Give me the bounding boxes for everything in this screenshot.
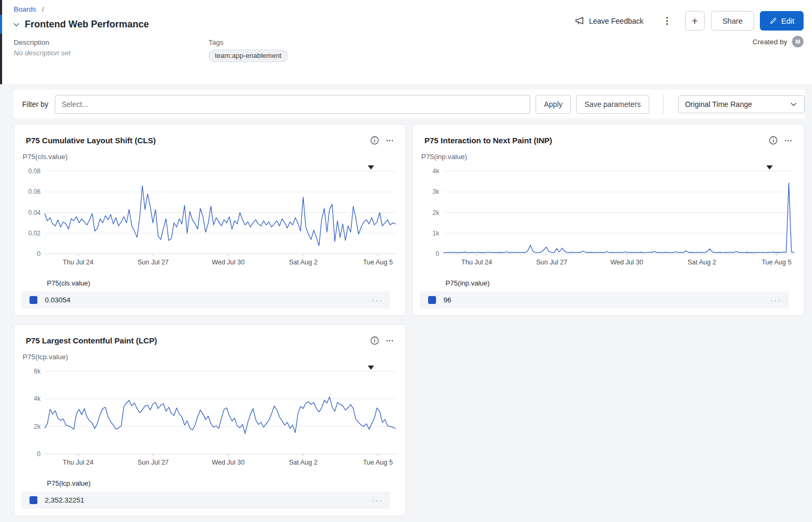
lcp-legend-header: P75(lcp.value) <box>47 479 91 487</box>
svg-text:Sun Jul 27: Sun Jul 27 <box>137 459 169 466</box>
time-range-label: Original Time Range <box>685 100 752 109</box>
info-icon[interactable] <box>769 136 778 145</box>
svg-text:Tue Aug 5: Tue Aug 5 <box>363 259 393 266</box>
description-label: Description <box>14 38 71 46</box>
collapsed-sidebar-edge <box>0 0 2 84</box>
filter-bar-divider <box>663 94 664 114</box>
save-parameters-button[interactable]: Save parameters <box>576 95 649 114</box>
inp-series-label: P75(inp.value) <box>421 153 467 161</box>
collapse-chevron-icon[interactable] <box>13 21 20 28</box>
lcp-chart-title: P75 Largest Contentful Paint (LCP) <box>26 336 157 345</box>
info-icon[interactable] <box>370 136 379 145</box>
svg-text:Tue Aug 5: Tue Aug 5 <box>363 459 393 466</box>
lcp-series-label: P75(lcp.value) <box>23 353 68 361</box>
svg-text:Wed Jul 30: Wed Jul 30 <box>610 259 643 266</box>
inp-legend-row: 96 ··· <box>420 291 789 309</box>
cls-legend-row: 0.03054 ··· <box>22 291 390 309</box>
svg-text:Sat Aug 2: Sat Aug 2 <box>289 459 318 466</box>
svg-text:Sun Jul 27: Sun Jul 27 <box>536 259 567 266</box>
tag-pill: team:app-enablement <box>209 50 288 62</box>
svg-text:4k: 4k <box>432 168 440 175</box>
megaphone-icon <box>575 16 585 26</box>
svg-text:Sun Jul 27: Sun Jul 27 <box>137 259 169 266</box>
svg-text:0: 0 <box>37 250 41 258</box>
svg-text:Wed Jul 30: Wed Jul 30 <box>212 459 244 466</box>
inp-legend-swatch[interactable] <box>428 296 436 304</box>
svg-text:0: 0 <box>435 250 439 258</box>
filter-select-input[interactable] <box>55 95 530 114</box>
svg-text:2k: 2k <box>34 423 41 430</box>
cls-chart-plot[interactable]: 00.020.040.060.08Thu Jul 24Sun Jul 27Wed… <box>14 165 407 271</box>
description-value: No description set <box>14 49 71 57</box>
cls-legend-header: P75(cls.value) <box>47 279 90 287</box>
lcp-legend-swatch[interactable] <box>29 496 37 504</box>
cls-legend-value: 0.03054 <box>45 296 71 304</box>
annotation-marker-icon <box>368 366 374 370</box>
lcp-legend-value: 2,352.32251 <box>45 496 84 504</box>
card-menu-dots-icon[interactable] <box>385 136 394 145</box>
svg-text:1k: 1k <box>432 230 440 237</box>
svg-text:0.08: 0.08 <box>28 168 41 175</box>
svg-text:0: 0 <box>37 450 41 458</box>
leave-feedback-label: Leave Feedback <box>589 17 643 25</box>
cls-chart-card: P75 Cumulative Layout Shift (CLS) P75(cl… <box>14 124 406 316</box>
tags-label: Tags <box>209 38 288 46</box>
svg-text:4k: 4k <box>34 395 41 402</box>
lcp-legend-menu-dots-icon[interactable]: ··· <box>372 496 383 505</box>
card-menu-dots-icon[interactable] <box>385 337 394 345</box>
breadcrumb-boards-link[interactable]: Boards <box>14 5 36 13</box>
apply-button[interactable]: Apply <box>536 95 571 114</box>
info-icon[interactable] <box>370 336 379 345</box>
svg-text:6k: 6k <box>34 368 41 375</box>
annotation-marker-icon <box>368 165 374 170</box>
filter-by-label: Filter by <box>22 100 55 109</box>
inp-chart-card: P75 Interaction to Next Paint (INP) P75(… <box>412 124 805 316</box>
inp-chart-title: P75 Interaction to Next Paint (INP) <box>424 136 552 145</box>
svg-text:Wed Jul 30: Wed Jul 30 <box>212 259 244 266</box>
inp-legend-menu-dots-icon[interactable]: ··· <box>770 296 781 304</box>
inp-chart-plot[interactable]: 01k2k3k4kThu Jul 24Sun Jul 27Wed Jul 30S… <box>413 165 805 271</box>
cls-legend-swatch[interactable] <box>29 296 37 304</box>
svg-text:0.06: 0.06 <box>28 188 41 195</box>
dashboard-page: Boards / Frontend Web Performance Descri… <box>0 0 812 522</box>
card-menu-dots-icon[interactable] <box>784 136 793 145</box>
svg-text:Thu Jul 24: Thu Jul 24 <box>461 259 492 266</box>
board-header: Boards / Frontend Web Performance Descri… <box>0 0 812 84</box>
breadcrumb: Boards / <box>14 5 44 13</box>
annotation-marker-icon <box>766 165 773 170</box>
svg-text:Thu Jul 24: Thu Jul 24 <box>63 259 93 266</box>
share-button[interactable]: Share <box>711 11 754 31</box>
pencil-icon <box>769 17 777 25</box>
svg-text:2k: 2k <box>432 209 440 216</box>
cls-legend-menu-dots-icon[interactable]: ··· <box>372 296 383 304</box>
cls-chart-title: P75 Cumulative Layout Shift (CLS) <box>26 136 156 145</box>
edit-button-label: Edit <box>781 17 795 25</box>
time-range-dropdown[interactable]: Original Time Range <box>678 95 805 113</box>
lcp-chart-plot[interactable]: 02k4k6kThu Jul 24Sun Jul 27Wed Jul 30Sat… <box>14 366 407 471</box>
breadcrumb-separator: / <box>42 5 44 13</box>
svg-text:3k: 3k <box>432 188 440 195</box>
svg-text:0.04: 0.04 <box>28 209 41 216</box>
created-by-label: Created by <box>752 38 787 46</box>
avatar: M <box>792 36 804 47</box>
leave-feedback-button[interactable]: Leave Feedback <box>575 16 643 26</box>
inp-legend-value: 96 <box>443 296 451 304</box>
svg-text:Sat Aug 2: Sat Aug 2 <box>289 259 318 266</box>
more-options-kebab-icon[interactable]: ⋮ <box>660 16 674 25</box>
cls-series-label: P75(cls.value) <box>23 153 68 161</box>
edit-button[interactable]: Edit <box>760 11 804 31</box>
svg-text:0.02: 0.02 <box>28 230 41 237</box>
inp-legend-header: P75(inp.value) <box>445 279 490 287</box>
lcp-legend-row: 2,352.32251 ··· <box>22 491 390 509</box>
svg-text:Tue Aug 5: Tue Aug 5 <box>761 259 791 266</box>
chevron-down-icon <box>789 100 798 109</box>
add-chart-button[interactable]: + <box>685 11 705 31</box>
lcp-chart-card: P75 Largest Contentful Paint (LCP) P75(l… <box>14 324 406 516</box>
svg-text:Thu Jul 24: Thu Jul 24 <box>63 459 93 466</box>
page-title: Frontend Web Performance <box>25 19 149 30</box>
svg-text:Sat Aug 2: Sat Aug 2 <box>688 259 716 266</box>
sidebar-active-indicator <box>0 15 2 34</box>
filter-bar: Filter by Apply Save parameters Original… <box>14 90 805 119</box>
